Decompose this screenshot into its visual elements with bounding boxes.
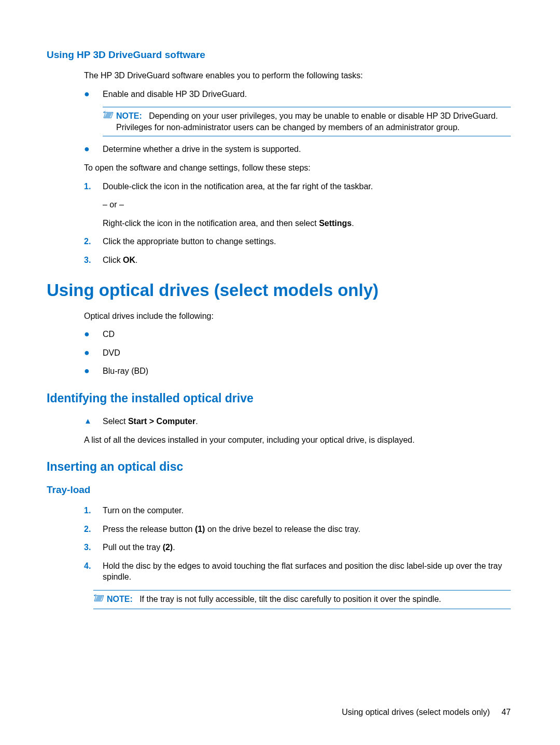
bullet-item: ● Enable and disable HP 3D DriveGuard. [84,89,511,100]
bullet-item: ● Blu-ray (BD) [84,366,511,377]
bullet-icon: ● [84,89,103,100]
note-icon [103,110,116,133]
step-text: Click OK. [103,255,511,266]
bullet-icon: ● [84,329,103,340]
paragraph-open: To open the software and change settings… [84,162,511,174]
step-text: Hold the disc by the edges to avoid touc… [103,560,511,583]
bullet-text: Enable and disable HP 3D DriveGuard. [103,89,511,100]
step-or: – or – [103,199,511,210]
step-text: Double-click the icon in the notificatio… [103,181,511,192]
step-item: 1. Turn on the computer. [84,505,511,516]
step-number: 2. [84,236,103,247]
paragraph-optical-intro: Optical drives include the following: [84,311,511,322]
page-number: 47 [501,708,511,716]
step-item: 4. Hold the disc by the edges to avoid t… [84,560,511,583]
note-content: NOTE: If the tray is not fully accessibl… [107,594,511,606]
bullet-icon: ● [84,366,103,377]
step-number: 1. [84,181,103,192]
heading-driveguard: Using HP 3D DriveGuard software [47,49,511,61]
step-alt: Right-click the icon in the notification… [103,218,511,229]
note-text: If the tray is not fully accessible, til… [139,595,441,603]
step-item: 2. Click the appropriate button to chang… [84,236,511,247]
note-icon [93,594,107,606]
bullet-text: CD [103,329,511,340]
heading-insert: Inserting an optical disc [47,460,511,474]
triangle-item: ▲ Select Start > Computer. [84,416,511,427]
note-label: NOTE: [116,111,142,120]
note-box: NOTE: Depending on your user privileges,… [103,107,511,136]
note-box: NOTE: If the tray is not fully accessibl… [93,590,511,609]
note-text: Depending on your user privileges, you m… [116,111,498,132]
triangle-icon: ▲ [84,416,103,427]
bullet-item: ● Determine whether a drive in the syste… [84,144,511,155]
heading-tray: Tray-load [47,484,511,496]
step-item: 2. Press the release button (1) on the d… [84,524,511,535]
bullet-text: DVD [103,347,511,359]
step-text: Press the release button (1) on the driv… [103,524,511,535]
step-item: 3. Click OK. [84,255,511,266]
triangle-text: Select Start > Computer. [103,416,511,427]
paragraph-intro: The HP 3D DriveGuard software enables yo… [84,70,511,81]
heading-identify: Identifying the installed optical drive [47,391,511,405]
bullet-icon: ● [84,347,103,359]
page-footer: Using optical drives (select models only… [342,708,511,717]
step-number: 1. [84,505,103,516]
step-text: Click the appropriate button to change s… [103,236,511,247]
step-number: 3. [84,255,103,266]
footer-text: Using optical drives (select models only… [342,708,489,716]
bullet-item: ● CD [84,329,511,340]
bullet-icon: ● [84,144,103,155]
paragraph-devices: A list of all the devices installed in y… [84,434,511,446]
step-text: Turn on the computer. [103,505,511,516]
note-label: NOTE: [107,595,133,603]
step-number: 4. [84,560,103,583]
note-content: NOTE: Depending on your user privileges,… [116,110,511,133]
step-item: 1. Double-click the icon in the notifica… [84,181,511,192]
bullet-text: Blu-ray (BD) [103,366,511,377]
bullet-text: Determine whether a drive in the system … [103,144,511,155]
step-item: 3. Pull out the tray (2). [84,542,511,553]
step-number: 2. [84,524,103,535]
bullet-item: ● DVD [84,347,511,359]
heading-optical: Using optical drives (select models only… [47,280,511,300]
step-text: Pull out the tray (2). [103,542,511,553]
step-number: 3. [84,542,103,553]
